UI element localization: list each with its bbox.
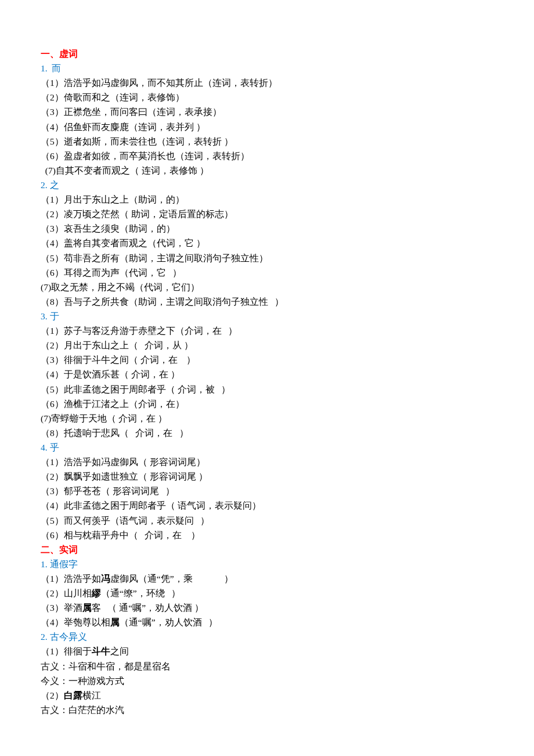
subheading-hu: 4. 乎 [41,440,493,455]
item: （2）凌万顷之茫然（ 助词，定语后置的标志） [41,207,493,221]
item: （3）举酒属客 （ 通“嘱”，劝人饮酒 ） [41,600,493,615]
bold-char: 属 [82,603,92,613]
text: （通“嘱”，劝人饮酒 ） [120,617,218,627]
item: （3）正襟危坐，而问客曰（连词，表承接） [41,105,493,119]
item: （5）苟非吾之所有（助词，主谓之间取消句子独立性） [41,251,493,265]
item: （8）托遗响于悲风（ 介词，在 ） [41,426,493,440]
section-heading-shici: 二、实词 [41,542,493,557]
ancient-meaning: 古义：斗宿和牛宿，都是星宿名 [41,659,493,674]
item: （2）月出于东山之上（ 介词，从 ） [41,338,493,352]
item: （5）逝者如斯，而未尝往也（连词，表转折 ） [41,134,493,149]
modern-meaning: 今义：一种游戏方式 [41,674,493,688]
bold-char: 属 [110,617,120,627]
subheading-zhi: 2. 之 [41,178,493,192]
bold-char: 冯 [101,574,110,584]
bold-char: 繆 [92,588,101,598]
text: （2）山川相 [41,588,92,598]
item: （2）倚歌而和之（连词，表修饰） [41,90,493,105]
item: （1）浩浩乎如冯虚御风（通“凭”，乘 ） [41,571,493,586]
text: （1）浩浩乎如 [41,574,101,584]
text: 横江 [82,690,101,700]
item: （1）月出于东山之上（助词，的） [41,192,493,207]
item: （1）苏子与客泛舟游于赤壁之下（介词，在 ） [41,323,493,338]
item: （2）飘飘乎如遗世独立（ 形容词词尾 ） [41,469,493,484]
item: （5）此非孟德之困于周郎者乎（ 介词，被 ） [41,382,493,397]
text: （4）举匏尊以相 [41,617,110,627]
item: （1）徘徊于斗牛之间 [41,644,493,658]
subheading-gujinyiyi: 2. 古今异义 [41,629,493,644]
text: （通“缭”，环绕 ） [101,588,181,598]
item: （4）此非孟德之困于周郎者乎（ 语气词，表示疑问） [41,498,493,513]
text: 虚御风（通“凭”，乘 ） [110,574,233,584]
ancient-meaning: 古义：白茫茫的水汽 [41,703,493,717]
text: 之间 [110,646,129,656]
subheading-tongjia: 1. 通假字 [41,557,493,571]
item: （3）徘徊于斗牛之间（ 介词，在 ） [41,352,493,367]
section-heading-xuci: 一、虚词 [41,46,493,61]
item: (7)取之无禁，用之不竭（代词，它们） [41,280,493,294]
item: （2）山川相繆（通“缭”，环绕 ） [41,586,493,600]
item: （4）举匏尊以相属（通“嘱”，劝人饮酒 ） [41,615,493,629]
item: （6）渔樵于江渚之上（介词，在） [41,397,493,411]
item: （3）哀吾生之须臾（助词，的） [41,221,493,236]
bold-char: 白露 [64,690,82,700]
bold-char: 斗牛 [92,646,110,656]
item: （4）盖将自其变者而观之（代词，它 ） [41,236,493,250]
item: (7)自其不变者而观之（ 连词，表修饰 ） [41,163,493,178]
subheading-yu: 3. 于 [41,309,493,323]
text: 客 （ 通“嘱”，劝人饮酒 ） [92,603,204,613]
item: （3）郁乎苍苍（ 形容词词尾 ） [41,484,493,498]
item: （6）盈虚者如彼，而卒莫消长也（连词，表转折） [41,149,493,163]
text: （2） [41,690,64,700]
item: （1）浩浩乎如冯虚御风，而不知其所止（连词，表转折） [41,75,493,90]
item: （8）吾与子之所共食（助词，主谓之间取消句子独立性 ） [41,294,493,309]
text: （1）徘徊于 [41,646,92,656]
text: （3）举酒 [41,603,82,613]
item: （4）于是饮酒乐甚（ 介词，在 ） [41,367,493,381]
item: （4）侣鱼虾而友麋鹿（连词，表并列 ） [41,120,493,134]
item: （6）耳得之而为声（代词，它 ） [41,265,493,280]
item: （5）而又何羡乎（语气词，表示疑问 ） [41,513,493,528]
item: （2）白露横江 [41,688,493,703]
item: （1）浩浩乎如冯虚御风（ 形容词词尾） [41,455,493,469]
subheading-er: 1. 而 [41,61,493,75]
item: （6）相与枕藉乎舟中（ 介词，在 ） [41,528,493,542]
item: (7)寄蜉蝣于天地（ 介词，在 ） [41,411,493,426]
